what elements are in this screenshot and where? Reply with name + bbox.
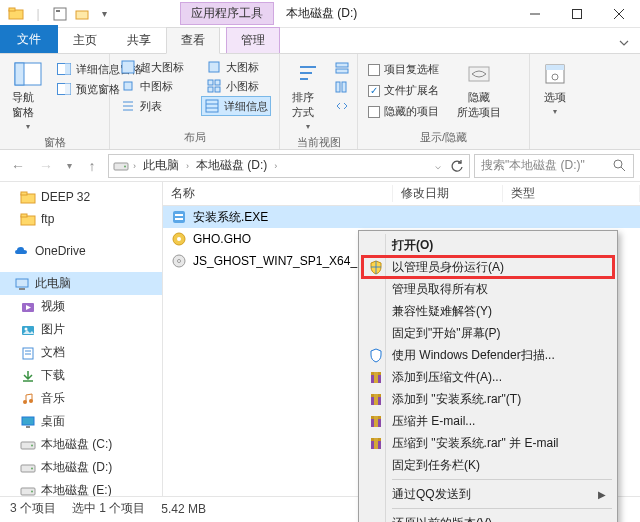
hidden-items-toggle[interactable]: 隐藏的项目	[366, 103, 441, 120]
ctx-email-rar[interactable]: 压缩到 "安装系统.rar" 并 E-mail	[362, 432, 614, 454]
forward-button[interactable]: →	[34, 154, 58, 178]
dropdown-icon: ▾	[553, 107, 557, 116]
drive-icon	[20, 437, 36, 453]
tree-item-folder[interactable]: DEEP 32	[0, 186, 162, 208]
svg-rect-81	[374, 416, 378, 427]
tree-item-drive[interactable]: 本地磁盘 (C:)	[0, 433, 162, 456]
folder-icon	[20, 211, 36, 227]
svg-rect-67	[175, 214, 183, 216]
chevron-right-icon[interactable]: ›	[186, 161, 189, 171]
layout-large[interactable]: 大图标	[204, 58, 261, 76]
svg-rect-46	[21, 214, 27, 217]
up-button[interactable]: ↑	[80, 154, 104, 178]
tree-item-documents[interactable]: 文档	[0, 341, 162, 364]
layout-small[interactable]: 小图标	[204, 77, 261, 95]
recent-locations-button[interactable]: ▾	[62, 154, 76, 178]
ctx-open[interactable]: 打开(O)	[362, 234, 614, 256]
search-box[interactable]: 搜索"本地磁盘 (D:)"	[474, 154, 634, 178]
svg-rect-19	[215, 80, 220, 85]
svg-rect-48	[19, 288, 25, 290]
tree-item-onedrive[interactable]: OneDrive	[0, 240, 162, 262]
refresh-icon[interactable]	[449, 158, 465, 174]
svg-rect-2	[54, 8, 66, 20]
tree-item-desktop[interactable]: 桌面	[0, 410, 162, 433]
tree-item-downloads[interactable]: 下载	[0, 364, 162, 387]
ctx-add-rar[interactable]: 添加到 "安装系统.rar"(T)	[362, 388, 614, 410]
add-columns-icon[interactable]	[334, 79, 350, 95]
ctx-pin-taskbar[interactable]: 固定到任务栏(K)	[362, 454, 614, 476]
ctx-qq-send[interactable]: 通过QQ发送到▶	[362, 483, 614, 505]
tree-item-drive[interactable]: 本地磁盘 (D:)	[0, 456, 162, 479]
tree-item-folder[interactable]: ftp	[0, 208, 162, 230]
winrar-icon	[367, 412, 385, 430]
nav-pane-label: 导航窗格	[12, 90, 44, 120]
address-box[interactable]: › 此电脑 › 本地磁盘 (D:) › ⌵	[108, 154, 470, 178]
small-icon	[206, 78, 222, 94]
ctx-add-archive[interactable]: 添加到压缩文件(A)...	[362, 366, 614, 388]
group-by-icon[interactable]	[334, 60, 350, 76]
search-icon[interactable]	[611, 158, 627, 174]
svg-rect-3	[56, 10, 60, 12]
downloads-icon	[20, 368, 36, 384]
hide-selected-button[interactable]: 隐藏 所选项目	[453, 58, 505, 122]
tab-view[interactable]: 查看	[166, 27, 220, 54]
checkbox-icon	[368, 64, 380, 76]
item-checkboxes-toggle[interactable]: 项目复选框	[366, 61, 441, 78]
layout-medium[interactable]: 中图标	[118, 77, 198, 95]
svg-rect-15	[122, 61, 134, 73]
new-folder-icon[interactable]	[74, 6, 90, 22]
tree-item-music[interactable]: 音乐	[0, 387, 162, 410]
options-button[interactable]: 选项 ▾	[538, 58, 572, 118]
ribbon-collapse-icon[interactable]	[608, 33, 640, 53]
tab-home[interactable]: 主页	[58, 27, 112, 53]
size-columns-icon[interactable]	[334, 98, 350, 114]
breadcrumb-drive[interactable]: 本地磁盘 (D:)	[193, 157, 270, 174]
sort-button[interactable]: 排序方式 ▾	[288, 58, 328, 133]
group-label-layout: 布局	[118, 128, 271, 145]
back-button[interactable]: ←	[6, 154, 30, 178]
nav-pane-icon	[12, 60, 44, 88]
ctx-defender-scan[interactable]: 使用 Windows Defender扫描...	[362, 344, 614, 366]
file-row[interactable]: 安装系统.EXE	[163, 206, 640, 228]
svg-rect-37	[546, 65, 564, 70]
nav-pane-button[interactable]: 导航窗格 ▾	[8, 58, 48, 133]
chevron-right-icon[interactable]: ›	[133, 161, 136, 171]
breadcrumb-this-pc[interactable]: 此电脑	[140, 157, 182, 174]
tree-item-drive[interactable]: 本地磁盘 (E:)	[0, 479, 162, 496]
ctx-take-ownership[interactable]: 管理员取得所有权	[362, 278, 614, 300]
minimize-button[interactable]	[514, 0, 556, 28]
layout-details[interactable]: 详细信息	[201, 96, 271, 116]
file-extensions-toggle[interactable]: ✓文件扩展名	[366, 82, 441, 99]
address-dropdown-icon[interactable]: ⌵	[435, 160, 441, 171]
ctx-restore-previous[interactable]: 还原以前的版本(V)	[362, 512, 614, 522]
ctx-separator	[392, 479, 612, 480]
file-name: JS_GHOST_WIN7_SP1_X64_...	[193, 254, 367, 268]
tree-item-this-pc[interactable]: 此电脑	[0, 272, 162, 295]
ctx-troubleshoot[interactable]: 兼容性疑难解答(Y)	[362, 300, 614, 322]
layout-extra-large[interactable]: 超大图标	[118, 58, 198, 76]
tab-share[interactable]: 共享	[112, 27, 166, 53]
close-button[interactable]	[598, 0, 640, 28]
ctx-email-zip[interactable]: 压缩并 E-mail...	[362, 410, 614, 432]
tab-file[interactable]: 文件	[0, 25, 58, 53]
status-size: 5.42 MB	[161, 502, 206, 516]
defender-icon	[367, 346, 385, 364]
chevron-right-icon[interactable]: ›	[274, 161, 277, 171]
qat-customize-icon[interactable]: ▾	[96, 6, 112, 22]
tree-item-videos[interactable]: 视频	[0, 295, 162, 318]
ribbon-tabs: 文件 主页 共享 查看 管理	[0, 28, 640, 54]
properties-icon[interactable]	[52, 6, 68, 22]
column-name[interactable]: 名称	[163, 185, 393, 202]
svg-point-40	[124, 165, 126, 167]
navigation-tree: DEEP 32 ftp OneDrive 此电脑 视频 图片 文档 下载 音乐 …	[0, 182, 163, 496]
column-modified[interactable]: 修改日期	[393, 185, 503, 202]
maximize-button[interactable]	[556, 0, 598, 28]
computer-icon	[14, 276, 30, 292]
ctx-run-as-admin[interactable]: 以管理员身份运行(A)	[362, 256, 614, 278]
layout-list[interactable]: 列表	[118, 96, 195, 116]
column-type[interactable]: 类型	[503, 185, 640, 202]
tab-manage[interactable]: 管理	[226, 27, 280, 53]
ctx-pin-start[interactable]: 固定到"开始"屏幕(P)	[362, 322, 614, 344]
tree-item-pictures[interactable]: 图片	[0, 318, 162, 341]
svg-rect-4	[76, 11, 88, 19]
